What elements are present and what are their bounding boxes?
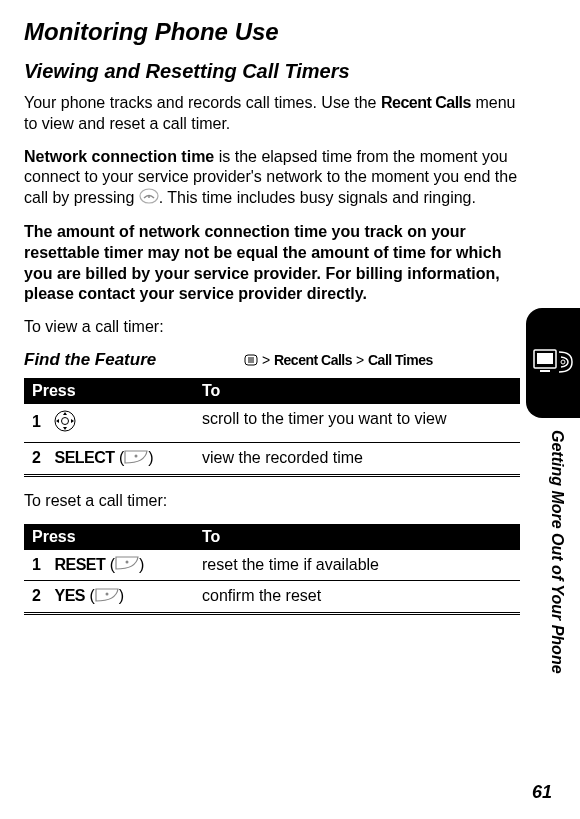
- end-key-icon: [139, 188, 159, 210]
- view-timer-table: Press To 1 scroll to the timer you want …: [24, 378, 520, 477]
- find-feature-row: Find the Feature > Recent Calls > Call T…: [24, 350, 520, 370]
- step-number: 2: [32, 587, 50, 605]
- svg-rect-13: [540, 370, 550, 372]
- svg-point-7: [62, 417, 69, 424]
- softkey-label: YES: [54, 587, 85, 604]
- text: >: [352, 352, 368, 368]
- col-press: Press: [24, 378, 194, 404]
- text: ): [139, 556, 144, 573]
- right-softkey-icon: [95, 588, 119, 606]
- text: ): [148, 449, 153, 466]
- svg-point-14: [561, 360, 565, 364]
- instruction-reset: To reset a call timer:: [24, 491, 520, 512]
- table-row: 1 scroll to the timer you want to view: [24, 404, 520, 443]
- find-feature-path: > Recent Calls > Call Times: [244, 352, 433, 369]
- svg-point-10: [105, 593, 108, 596]
- text: >: [258, 352, 274, 368]
- text: . This time includes busy signals and ri…: [159, 189, 476, 206]
- svg-rect-12: [537, 353, 553, 364]
- billing-notice-paragraph: The amount of network connection time yo…: [24, 222, 520, 305]
- step-description: view the recorded time: [194, 442, 520, 475]
- svg-point-8: [135, 454, 138, 457]
- right-softkey-icon: [124, 450, 148, 468]
- softkey-label: RESET: [54, 556, 105, 573]
- step-description: scroll to the timer you want to view: [194, 404, 520, 443]
- menu-item: Call Times: [368, 352, 433, 368]
- network-time-paragraph: Network connection time is the elapsed t…: [24, 147, 520, 210]
- instruction-view: To view a call timer:: [24, 317, 520, 338]
- table-row: 2 SELECT () view the recorded time: [24, 442, 520, 475]
- text: ): [119, 587, 124, 604]
- text: Your phone tracks and records call times…: [24, 94, 381, 111]
- table-row: 2 YES () confirm the reset: [24, 581, 520, 614]
- find-feature-label: Find the Feature: [24, 350, 244, 370]
- page-number: 61: [532, 782, 552, 803]
- right-softkey-icon: [115, 556, 139, 574]
- term: Network connection time: [24, 148, 214, 165]
- col-press: Press: [24, 524, 194, 550]
- svg-point-1: [148, 196, 150, 198]
- side-tab: [526, 308, 580, 418]
- computer-phone-icon: [532, 344, 574, 382]
- intro-paragraph: Your phone tracks and records call times…: [24, 93, 520, 135]
- section-title: Viewing and Resetting Call Timers: [24, 60, 520, 83]
- menu-item: Recent Calls: [274, 352, 352, 368]
- step-description: confirm the reset: [194, 581, 520, 614]
- page-title: Monitoring Phone Use: [24, 18, 520, 46]
- col-to: To: [194, 378, 520, 404]
- menu-key-icon: [244, 353, 258, 369]
- step-description: reset the time if available: [194, 550, 520, 581]
- step-number: 1: [32, 556, 50, 574]
- side-running-head: Getting More Out of Your Phone: [548, 430, 566, 674]
- softkey-label: SELECT: [54, 449, 114, 466]
- nav-key-icon: [54, 410, 76, 436]
- reset-timer-table: Press To 1 RESET () reset the time if av…: [24, 524, 520, 616]
- menu-name: Recent Calls: [381, 94, 471, 111]
- table-row: 1 RESET () reset the time if available: [24, 550, 520, 581]
- col-to: To: [194, 524, 520, 550]
- step-number: 1: [32, 413, 50, 431]
- step-number: 2: [32, 449, 50, 467]
- svg-point-9: [126, 561, 129, 564]
